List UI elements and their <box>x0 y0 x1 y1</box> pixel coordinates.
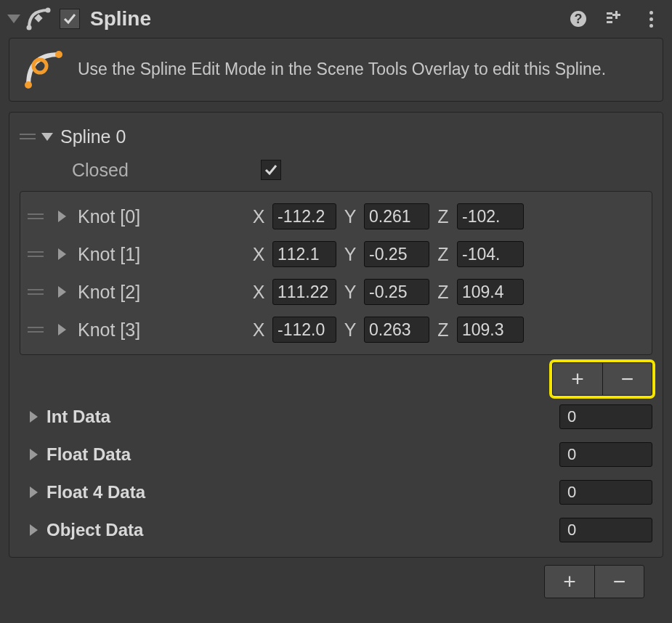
drag-handle-icon[interactable] <box>28 213 54 219</box>
int-data-count[interactable]: 0 <box>559 404 652 429</box>
float-data-label: Float Data <box>46 444 559 465</box>
axis-label-y[interactable]: Y <box>341 206 360 227</box>
knot-x-field[interactable]: 112.1 <box>272 241 336 267</box>
knot-x-field[interactable]: 111.22 <box>272 279 336 305</box>
axis-label-x[interactable]: X <box>249 282 268 303</box>
int-data-label: Int Data <box>46 407 559 427</box>
knot-label: Knot [3] <box>78 319 245 341</box>
component-header: Spline ? <box>0 0 672 38</box>
knot-y-field[interactable]: -0.25 <box>364 241 429 267</box>
info-text: Use the Spline Edit Mode in the Scene To… <box>78 58 606 81</box>
check-icon <box>62 12 77 26</box>
presets-button[interactable] <box>604 8 626 30</box>
knot-label: Knot [0] <box>78 206 245 227</box>
knot-row: Knot [3] X -112.0 Y 0.263 Z 109.3 <box>28 311 644 349</box>
axis-label-z[interactable]: Z <box>434 244 453 265</box>
add-knot-button[interactable]: + <box>553 363 602 395</box>
drag-handle-icon[interactable] <box>28 251 54 257</box>
knot-z-field[interactable]: -104. <box>457 241 524 267</box>
float-data-row[interactable]: Float Data 0 <box>20 438 652 471</box>
float4-data-row[interactable]: Float 4 Data 0 <box>20 476 652 509</box>
spline-edit-info-icon <box>23 49 65 91</box>
drag-handle-icon[interactable] <box>28 327 54 333</box>
svg-point-0 <box>27 25 32 30</box>
svg-point-1 <box>46 8 51 13</box>
knot-z-field[interactable]: 109.4 <box>457 279 524 305</box>
knot-z-field[interactable]: -102. <box>457 203 524 229</box>
check-icon <box>264 163 278 177</box>
presets-icon <box>605 9 624 28</box>
closed-checkbox[interactable] <box>261 160 281 180</box>
knot-row: Knot [1] X 112.1 Y -0.25 Z -104. <box>28 235 644 273</box>
svg-rect-7 <box>607 21 612 23</box>
help-icon: ? <box>569 9 588 28</box>
svg-rect-5 <box>607 12 612 15</box>
knots-plus-minus-box: + − <box>552 362 652 396</box>
axis-label-z[interactable]: Z <box>434 282 453 303</box>
axis-label-z[interactable]: Z <box>434 319 453 341</box>
svg-text:?: ? <box>575 12 583 26</box>
component-enable-checkbox[interactable] <box>60 9 80 29</box>
foldout-toggle-knot[interactable] <box>58 286 66 298</box>
info-box: Use the Spline Edit Mode in the Scene To… <box>9 38 663 102</box>
spline-section-header[interactable]: Spline 0 <box>20 120 652 153</box>
knot-row: Knot [0] X -112.2 Y 0.261 Z -102. <box>28 198 644 235</box>
object-data-label: Object Data <box>46 520 559 540</box>
knot-y-field[interactable]: 0.263 <box>364 317 429 343</box>
foldout-toggle-knot[interactable] <box>58 211 66 222</box>
foldout-toggle-knot[interactable] <box>58 248 66 260</box>
foldout-toggle-int-data[interactable] <box>30 411 38 423</box>
closed-label: Closed <box>72 160 261 181</box>
knot-row: Knot [2] X 111.22 Y -0.25 Z 109.4 <box>28 273 644 311</box>
knots-plus-minus-area: + − <box>20 362 652 396</box>
help-button[interactable]: ? <box>567 8 589 30</box>
foldout-toggle-float-data[interactable] <box>30 449 38 460</box>
axis-label-y[interactable]: Y <box>341 319 360 341</box>
drag-handle-icon[interactable] <box>20 134 41 139</box>
component-foldout-toggle[interactable] <box>7 15 20 23</box>
closed-row: Closed <box>20 153 652 187</box>
object-data-row[interactable]: Object Data 0 <box>20 513 652 547</box>
svg-rect-6 <box>607 17 612 19</box>
svg-point-11 <box>55 51 62 58</box>
spline-name: Spline 0 <box>60 126 126 147</box>
float4-data-label: Float 4 Data <box>46 482 559 502</box>
axis-label-y[interactable]: Y <box>341 244 360 265</box>
remove-spline-button[interactable]: − <box>594 566 644 598</box>
svg-point-10 <box>25 81 32 89</box>
knot-label: Knot [2] <box>78 282 245 303</box>
foldout-toggle-float4-data[interactable] <box>30 486 38 498</box>
svg-rect-2 <box>34 14 42 22</box>
kebab-menu-icon <box>649 11 653 28</box>
foldout-toggle-object-data[interactable] <box>30 524 38 536</box>
drag-handle-icon[interactable] <box>28 289 54 295</box>
int-data-row[interactable]: Int Data 0 <box>20 400 652 433</box>
spline-list-box: Spline 0 Closed Knot [0] X -112.2 Y 0.26… <box>9 112 663 558</box>
remove-knot-button[interactable]: − <box>602 363 652 395</box>
foldout-toggle-knot[interactable] <box>58 324 66 335</box>
object-data-count[interactable]: 0 <box>559 518 652 542</box>
add-spline-button[interactable]: + <box>545 566 594 598</box>
knot-z-field[interactable]: 109.3 <box>457 317 524 343</box>
knot-label: Knot [1] <box>78 244 245 265</box>
component-menu-button[interactable] <box>640 8 662 30</box>
spline-list-plus-minus-box: + − <box>544 565 644 598</box>
spline-list-plus-minus-area: + − <box>9 558 663 598</box>
knot-x-field[interactable]: -112.2 <box>272 203 336 229</box>
spline-component-icon <box>26 6 52 32</box>
axis-label-z[interactable]: Z <box>434 206 453 227</box>
svg-rect-9 <box>612 14 620 16</box>
axis-label-x[interactable]: X <box>249 244 268 265</box>
component-title: Spline <box>90 7 567 30</box>
axis-label-x[interactable]: X <box>249 319 268 341</box>
axis-label-y[interactable]: Y <box>341 282 360 303</box>
knot-y-field[interactable]: -0.25 <box>364 279 429 305</box>
foldout-toggle-spline[interactable] <box>41 133 53 141</box>
component-header-icons: ? <box>567 8 662 30</box>
axis-label-x[interactable]: X <box>249 206 268 227</box>
knot-y-field[interactable]: 0.261 <box>364 203 429 229</box>
knots-box: Knot [0] X -112.2 Y 0.261 Z -102. Knot [… <box>20 191 652 355</box>
float4-data-count[interactable]: 0 <box>559 480 652 505</box>
knot-x-field[interactable]: -112.0 <box>272 317 336 343</box>
float-data-count[interactable]: 0 <box>559 442 652 467</box>
